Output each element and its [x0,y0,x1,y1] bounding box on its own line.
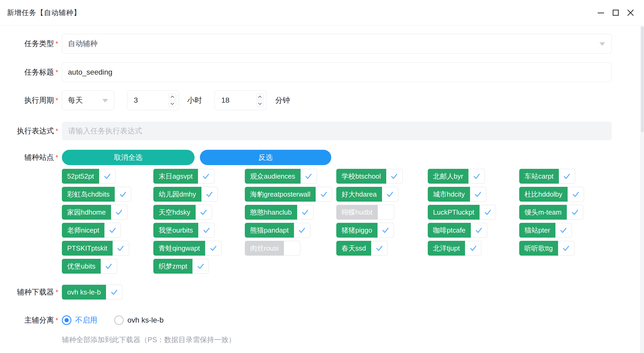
period-select[interactable]: 每天 [62,90,114,110]
site-checkbox[interactable] [471,223,487,238]
site-checkbox[interactable] [555,223,572,238]
site-tag-label[interactable]: 北洋tjupt [428,241,465,256]
site-checkbox[interactable] [198,223,215,238]
site-tag[interactable]: ovh ks-le-b [62,285,122,300]
site-tag[interactable]: 北洋tjupt [428,241,481,256]
site-checkbox[interactable] [192,259,209,274]
site-tag[interactable]: 馒头m-team [519,205,583,220]
site-tag[interactable]: 熊猫pandapt [245,223,310,238]
deselect-all-button[interactable]: 取消全选 [62,150,195,165]
invert-selection-button[interactable]: 反选 [200,150,331,165]
separation-radio-option[interactable]: 不启用 [62,315,97,325]
site-checkbox[interactable] [567,205,583,220]
site-tag-label[interactable]: 城市hdcity [428,187,470,202]
maximize-button[interactable] [612,9,619,16]
site-tag-label[interactable]: 幼儿园dmhy [153,187,201,202]
site-tag-label[interactable]: 青蛙qingwapt [153,241,205,256]
site-checkbox[interactable] [104,223,121,238]
site-checkbox[interactable] [201,187,218,202]
site-tag-label[interactable]: 我堡ourbits [153,223,198,238]
site-checkbox[interactable] [198,169,214,184]
stepper-up-button[interactable] [256,94,264,100]
radio-icon[interactable] [114,315,124,325]
radio-icon[interactable] [62,315,71,325]
site-tag[interactable]: 老师nicept [62,223,121,238]
site-tag[interactable]: 52pt52pt [62,169,116,184]
close-button[interactable] [627,9,634,16]
site-tag-label[interactable]: 春天ssd [336,241,371,256]
site-tag-label[interactable]: 老师nicept [62,223,104,238]
site-tag[interactable]: 学校btschool [336,169,403,184]
site-tag[interactable]: 我堡ourbits [153,223,215,238]
minutes-input[interactable]: 18 [215,90,266,110]
site-tag-label[interactable]: 观众audiences [245,169,301,184]
site-tag[interactable]: 春天ssd [336,241,388,256]
site-checkbox[interactable] [386,169,403,184]
site-tag[interactable]: 北邮人byr [428,169,485,184]
site-tag-label[interactable]: 优堡ubits [62,259,101,274]
site-tag-label[interactable]: 咖啡ptcafe [428,223,471,238]
site-tag-label[interactable]: 52pt52pt [62,169,99,184]
site-tag-label[interactable]: 蝴蝶hudbt [336,205,378,220]
site-tag-label[interactable]: 织梦zmpt [153,259,192,274]
expression-input[interactable]: 请输入任务执行表达式 [62,122,612,140]
stepper-down-button[interactable] [256,101,264,107]
site-tag-label[interactable]: 彩虹岛chdbits [62,187,115,202]
site-tag-label[interactable]: PTSKITptskit [62,241,113,256]
site-checkbox[interactable] [99,169,116,184]
site-checkbox[interactable] [301,169,317,184]
site-tag[interactable]: 车站carpt [519,169,575,184]
site-tag[interactable]: 优堡ubits [62,259,117,274]
site-checkbox[interactable] [294,223,310,238]
site-tag[interactable]: 憨憨hhanclub [245,205,314,220]
site-checkbox[interactable] [113,241,129,256]
site-tag[interactable]: 好大hdarea [336,187,398,202]
site-checkbox[interactable] [480,205,496,220]
site-tag[interactable]: 观众audiences [245,169,317,184]
site-tag-label[interactable]: 天空hdsky [153,205,196,220]
site-tag[interactable]: 咖啡ptcafe [428,223,487,238]
site-tag[interactable]: 猪猪piggo [336,223,394,238]
site-tag[interactable]: 彩虹岛chdbits [62,187,131,202]
site-tag-label[interactable]: 末日agsvpt [153,169,198,184]
site-tag-label[interactable]: 杜比hddolby [519,187,568,202]
site-tag-label[interactable]: 好大hdarea [336,187,382,202]
site-tag-label[interactable]: 猫站pter [519,223,555,238]
site-tag-label[interactable]: 北邮人byr [428,169,468,184]
site-tag[interactable]: 猫站pter [519,223,572,238]
site-tag-label[interactable]: 馒头m-team [519,205,567,220]
site-tag-label[interactable]: 海豹greatposterwall [245,187,316,202]
site-tag-label[interactable]: LuckPTluckpt [428,205,480,220]
task-type-select[interactable]: 自动辅种 [62,34,612,53]
site-checkbox[interactable] [297,205,314,220]
site-tag[interactable]: 海豹greatposterwall [245,187,332,202]
site-tag[interactable]: 家园hdhome [62,205,127,220]
site-checkbox[interactable] [568,187,584,202]
site-tag[interactable]: 织梦zmpt [153,259,209,274]
site-checkbox[interactable] [106,285,122,300]
site-checkbox[interactable] [196,205,212,220]
site-tag-label[interactable]: 车站carpt [519,169,559,184]
site-checkbox[interactable] [371,241,388,256]
site-tag-label[interactable]: 学校btschool [336,169,386,184]
site-tag-label[interactable]: ovh ks-le-b [62,285,106,300]
stepper-up-button[interactable] [169,94,176,100]
site-tag[interactable]: 蝴蝶hudbt [336,205,394,220]
site-tag-label[interactable]: 听听歌ttg [519,241,558,256]
site-checkbox[interactable] [115,187,131,202]
site-tag-label[interactable]: 家园hdhome [62,205,111,220]
site-checkbox[interactable] [558,241,574,256]
site-tag[interactable]: 听听歌ttg [519,241,574,256]
site-checkbox[interactable] [559,169,575,184]
scrollbar-thumb[interactable] [641,26,644,132]
site-tag[interactable]: 肉丝rousi [245,241,300,256]
site-checkbox[interactable] [378,223,394,238]
site-checkbox[interactable] [378,205,394,220]
site-checkbox[interactable] [205,241,222,256]
site-tag[interactable]: 幼儿园dmhy [153,187,218,202]
site-tag[interactable]: 城市hdcity [428,187,486,202]
site-checkbox[interactable] [284,241,300,256]
site-tag[interactable]: 末日agsvpt [153,169,214,184]
site-checkbox[interactable] [465,241,481,256]
site-tag-label[interactable]: 猪猪piggo [336,223,378,238]
